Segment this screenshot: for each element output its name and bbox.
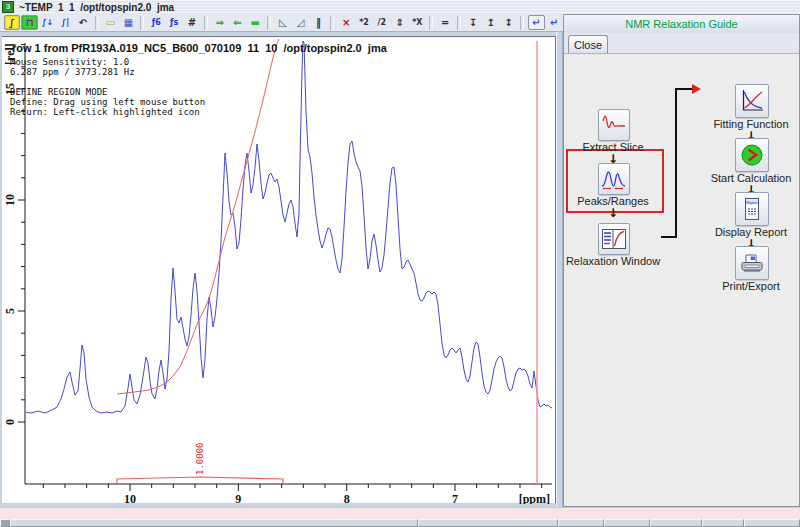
topspin-app: { "window": { "badge": "3", "title": "~T…: [0, 0, 800, 527]
times2-button[interactable]: *2: [356, 15, 373, 30]
x-axis-unit: [ppm]: [519, 492, 550, 504]
mode-title-text: DEFINE REGION MODE: [10, 87, 108, 97]
close-button[interactable]: Close: [568, 35, 608, 53]
message-strip: [0, 507, 800, 519]
extract-slice-icon[interactable]: [598, 109, 630, 141]
step-label: Print/Export: [691, 280, 800, 292]
toolbar-separator: [204, 16, 208, 30]
align-top-button[interactable]: ↥: [482, 15, 499, 30]
equals-button[interactable]: =: [437, 15, 454, 30]
guide-header: NMR Relaxation Guide: [564, 15, 799, 34]
timesx-button[interactable]: *X: [409, 15, 426, 30]
flow-arrow-down: ↓: [607, 207, 619, 219]
integral-lift-button[interactable]: ∫↓: [39, 15, 56, 30]
fit-height-button[interactable]: ↕: [500, 15, 517, 30]
toolbar-separator: [140, 16, 144, 30]
mouse-sensitivity-text: Mouse Sensitivity: 1.0: [10, 57, 129, 67]
merge-regions-button[interactable]: ▬: [247, 15, 264, 30]
align-bottom-button[interactable]: ↧: [464, 15, 481, 30]
x-tick-label: 7: [452, 492, 458, 504]
integral-value-label: 1.0000: [195, 442, 205, 475]
statusbar-cell: [702, 519, 744, 527]
hash-button[interactable]: #: [183, 15, 200, 30]
window-titlebar[interactable]: 3 ~TEMP 1 1 /opt/topspin2.0 jma: [0, 0, 800, 15]
fitting-function-icon[interactable]: [735, 84, 769, 118]
statusbar-cell: [418, 519, 558, 527]
statusbar-cell: [10, 519, 418, 527]
undo-button[interactable]: ↶: [75, 15, 92, 30]
delete-button[interactable]: ×: [338, 15, 355, 30]
display-report-icon[interactable]: Report: [735, 192, 769, 226]
toolbar: ∫⊓∫↓∫|↶▭▦ƒ6ƒs#⇒⇐▬◺◿‖×*2/2⇕*X=↧↥↕↵↵: [0, 14, 563, 32]
statusbar-cell: [0, 519, 10, 527]
toolbar-separator: [429, 16, 433, 30]
window-menu-icon[interactable]: 3: [2, 1, 14, 13]
guide-tab-row: Close: [564, 33, 799, 54]
scale-updown-button[interactable]: ⇕: [391, 15, 408, 30]
spectrum-window[interactable]: 10987[ppm]151050[rel]1.0000 row 1 from P…: [2, 36, 556, 503]
save-return-button[interactable]: ↵: [528, 15, 545, 30]
move-left-button[interactable]: ⇐: [229, 15, 246, 30]
x-tick-label: 9: [235, 492, 241, 504]
statusbar-cell: [650, 519, 702, 527]
print-export-icon[interactable]: [735, 246, 769, 280]
open-button[interactable]: ▭: [102, 15, 119, 30]
statusbar-cell: [604, 519, 650, 527]
div2-button[interactable]: /2: [373, 15, 390, 30]
svg-text:Report: Report: [746, 200, 759, 205]
toolbar-separator: [267, 16, 271, 30]
panel-splitter[interactable]: [556, 32, 563, 507]
y-tick-label: 0: [3, 419, 17, 425]
slope-left-button[interactable]: ◺: [275, 15, 292, 30]
define-integral-button[interactable]: ∫: [4, 15, 21, 30]
return-button[interactable]: ↵: [546, 15, 563, 30]
x-tick-label: 8: [344, 492, 350, 504]
integral-curve-trace: [117, 38, 279, 394]
calibrate-button[interactable]: ƒ6: [148, 15, 165, 30]
y-tick-label: 5: [3, 308, 17, 314]
step-label: Relaxation Window: [553, 255, 673, 267]
y-tick-label: 10: [3, 194, 17, 206]
integral-cut-button[interactable]: ∫|: [57, 15, 74, 30]
mode-return-text: Return: Left-click highlighted icon: [10, 107, 200, 117]
slope-right-button[interactable]: ◿: [292, 15, 309, 30]
statusbar: [0, 519, 800, 527]
statusbar-cell: [744, 519, 800, 527]
mode-define-text: Define: Drag using left mouse button: [10, 97, 205, 107]
statusbar-cell: [558, 519, 604, 527]
guide-flowchart: Extract Slice↓Peaks/Ranges↓Relaxation Wi…: [564, 53, 799, 506]
toolbar-separator: [457, 16, 461, 30]
spectrum-header: row 1 from PfR193A.019_NC5_B600_070109 1…: [12, 42, 387, 54]
slope-button[interactable]: ƒs: [166, 15, 183, 30]
define-region-button[interactable]: ⊓: [21, 15, 38, 30]
peaks-ranges-icon[interactable]: [598, 163, 630, 195]
save-button[interactable]: ▦: [120, 15, 137, 30]
x-tick-label: 10: [124, 492, 136, 504]
toolbar-separator: [330, 16, 334, 30]
relaxation-guide-panel: NMR Relaxation Guide Close Extract Slice…: [563, 14, 800, 507]
toolbar-separator: [520, 16, 524, 30]
move-right-button[interactable]: ⇒: [211, 15, 228, 30]
toolbar-separator: [95, 16, 99, 30]
window-title: ~TEMP 1 1 /opt/topspin2.0 jma: [19, 2, 174, 13]
cursor-position-text: 6.287 ppm / 3773.281 Hz: [10, 67, 135, 77]
pause-button[interactable]: ‖: [310, 15, 327, 30]
start-calculation-icon[interactable]: [735, 138, 769, 172]
relaxation-window-icon[interactable]: [598, 223, 630, 255]
guide-title: NMR Relaxation Guide: [625, 18, 738, 30]
